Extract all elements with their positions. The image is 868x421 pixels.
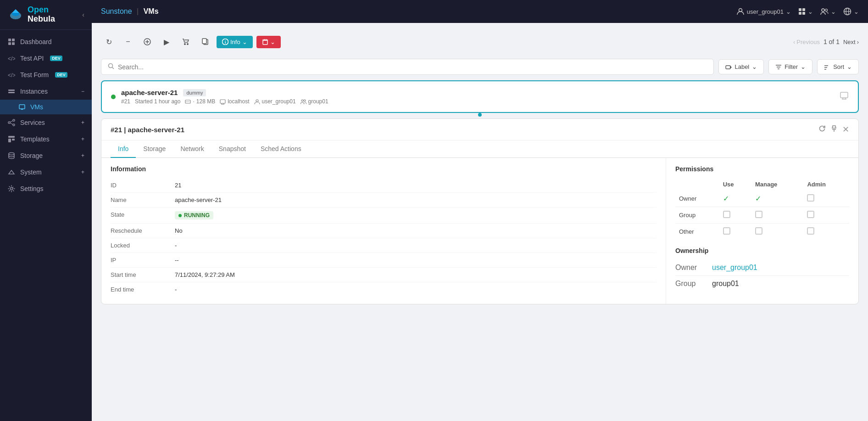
grid-icon — [798, 8, 806, 15]
memory-icon — [185, 99, 191, 105]
info-button[interactable]: i Info ⌄ — [217, 36, 253, 48]
svg-rect-10 — [8, 92, 15, 93]
id-label: ID — [111, 182, 175, 189]
cart-button[interactable] — [178, 34, 194, 50]
copy-icon — [201, 38, 209, 45]
add-button[interactable] — [139, 34, 155, 50]
users-menu-btn[interactable]: ⌄ — [820, 7, 836, 16]
vm-user-text: user_group01 — [262, 98, 296, 105]
group-role: Group — [675, 207, 719, 224]
perm-row-owner: Owner ✓ ✓ — [675, 191, 849, 207]
vm-memory-value: 128 MB — [196, 98, 215, 105]
tab-network[interactable]: Network — [173, 140, 211, 158]
delete-button[interactable]: ⌄ — [256, 36, 281, 48]
state-dot — [178, 214, 182, 217]
other-use[interactable] — [719, 224, 751, 240]
instances-submenu: VMs — [0, 100, 92, 114]
sidebar-item-system[interactable]: System + — [0, 164, 92, 180]
sidebar-item-test-api[interactable]: </> Test API DEV — [0, 50, 92, 67]
tab-sched-actions[interactable]: Sched Actions — [253, 140, 309, 158]
name-label: Name — [111, 196, 175, 203]
sidebar-item-test-form[interactable]: </> Test Form DEV — [0, 67, 92, 83]
sort-button[interactable]: Sort ⌄ — [817, 59, 859, 74]
sidebar-collapse-btn[interactable]: ‹ — [82, 11, 84, 18]
logo-text: Open Nebula — [28, 6, 55, 24]
services-label: Services — [20, 119, 45, 126]
tab-storage[interactable]: Storage — [136, 140, 173, 158]
vm-card[interactable]: apache-server-21 dummy #21 Started 1 hou… — [101, 80, 859, 113]
tab-info[interactable]: Info — [111, 140, 136, 158]
sidebar-item-settings[interactable]: Settings — [0, 180, 92, 197]
ownership-section: Ownership Owner user_group01 Group group… — [675, 247, 849, 292]
minus-button[interactable]: − — [120, 34, 136, 50]
detail-refresh-btn[interactable] — [818, 125, 826, 134]
state-badge: RUNNING — [175, 211, 213, 219]
vm-status-dot — [111, 95, 116, 99]
sidebar-item-templates[interactable]: Templates + — [0, 131, 92, 147]
sidebar-nav: Dashboard </> Test API DEV </> Test Form… — [0, 30, 92, 421]
other-admin-check — [807, 227, 814, 235]
sidebar-item-dashboard[interactable]: Dashboard — [0, 34, 92, 50]
vm-meta: #21 Started 1 hour ago · 128 MB localhos… — [121, 98, 328, 105]
label-button[interactable]: Label ⌄ — [718, 59, 764, 74]
detail-pin-btn[interactable] — [830, 125, 838, 134]
storage-expand-icon: + — [81, 152, 84, 159]
logo-line2: Nebula — [28, 15, 55, 24]
topbar-sep: | — [137, 7, 139, 15]
play-button[interactable]: ▶ — [159, 34, 174, 50]
sidebar-item-storage[interactable]: Storage + — [0, 147, 92, 164]
refresh-button[interactable]: ↻ — [101, 34, 117, 50]
info-row-name: Name apache-server-21 — [111, 193, 657, 208]
vm-name: apache-server-21 — [121, 89, 178, 96]
sidebar-item-vms[interactable]: VMs — [0, 100, 92, 114]
vm-started-text: Started 1 hour ago — [135, 98, 180, 105]
next-button[interactable]: Next › — [843, 39, 859, 45]
group-admin[interactable] — [803, 207, 849, 224]
search-box — [101, 59, 714, 75]
templates-icon — [7, 135, 16, 143]
info-row-start-time: Start time 7/11/2024, 9:27:29 AM — [111, 268, 657, 282]
owner-use[interactable]: ✓ — [719, 191, 751, 207]
previous-label: Previous — [796, 39, 820, 45]
other-manage[interactable] — [751, 224, 804, 240]
test-api-label: Test API — [20, 55, 44, 62]
svg-point-28 — [822, 9, 824, 11]
owner-admin[interactable] — [803, 191, 849, 207]
user-menu-btn[interactable]: user_group01 ⌄ — [736, 7, 791, 16]
svg-line-17 — [10, 123, 13, 124]
sidebar-item-services[interactable]: Services + — [0, 114, 92, 131]
previous-button[interactable]: ‹ Previous — [793, 39, 820, 45]
detail-close-btn[interactable]: ✕ — [842, 124, 849, 135]
owner-link[interactable]: user_group01 — [712, 264, 757, 271]
copy-button[interactable] — [197, 34, 213, 50]
svg-rect-11 — [19, 105, 25, 109]
filter-button[interactable]: Filter ⌄ — [768, 59, 812, 74]
globe-menu-btn[interactable]: ⌄ — [843, 7, 859, 16]
other-use-check — [723, 227, 730, 235]
tab-snapshot[interactable]: Snapshot — [211, 140, 253, 158]
end-time-value: - — [175, 286, 657, 293]
svg-point-46 — [109, 64, 113, 68]
perm-col-admin: Admin — [803, 178, 849, 191]
svg-point-66 — [301, 100, 303, 101]
group-manage[interactable] — [751, 207, 804, 224]
group-admin-check — [807, 211, 814, 218]
test-form-icon: </> — [7, 71, 16, 79]
vm-memory-text: · — [193, 98, 194, 105]
owner-manage[interactable]: ✓ — [751, 191, 804, 207]
grid-menu-btn[interactable]: ⌄ — [798, 8, 813, 15]
state-text: RUNNING — [184, 212, 210, 219]
locked-label: Locked — [111, 242, 175, 249]
other-admin[interactable] — [803, 224, 849, 240]
group-use[interactable] — [719, 207, 751, 224]
sort-icon — [824, 64, 830, 70]
svg-rect-27 — [802, 12, 805, 15]
sort-btn-text: Sort — [833, 63, 844, 70]
svg-point-21 — [9, 152, 14, 155]
search-filter-row: Label ⌄ Filter ⌄ Sort ⌄ — [101, 59, 859, 75]
users-dropdown-icon: ⌄ — [831, 8, 836, 15]
state-value: RUNNING — [175, 211, 657, 219]
sidebar-item-instances[interactable]: Instances − — [0, 83, 92, 100]
filter-icon — [775, 64, 782, 70]
search-input[interactable] — [118, 63, 707, 71]
